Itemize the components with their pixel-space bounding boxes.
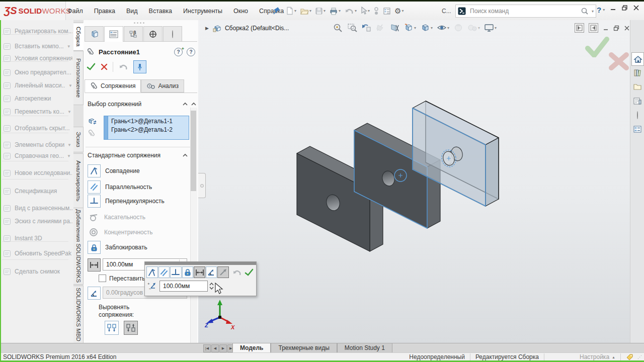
popup-spinner[interactable] <box>209 283 214 290</box>
dropdown-caret-icon[interactable]: ▾ <box>309 9 311 13</box>
popup-distance-button[interactable] <box>194 266 205 278</box>
command-bom[interactable]: Спецификация <box>3 185 72 197</box>
popup-confirm-icon[interactable] <box>244 266 255 278</box>
popup-parallel-button[interactable] <box>158 266 170 278</box>
new-document-button[interactable]: ▾ <box>285 6 297 16</box>
command-insert-component[interactable]: Вставить компо...▼ <box>3 40 72 52</box>
mate-selections-list[interactable]: Грань<1>@Деталь1-1Грань<2>@Деталь1-2 <box>104 116 189 140</box>
command-instant3d[interactable]: Instant 3D <box>3 232 72 244</box>
property-manager-tab[interactable] <box>104 26 123 42</box>
scroll-up-icon[interactable] <box>190 101 197 108</box>
tab-расположение[interactable]: Расположение <box>73 51 84 105</box>
confirm-cancel-icon[interactable] <box>608 51 630 71</box>
doc-restore-icon[interactable] <box>613 25 619 31</box>
dropdown-caret-icon[interactable]: ▾ <box>324 9 326 13</box>
flip-dimension-checkbox[interactable] <box>99 275 106 282</box>
view-settings-button[interactable]: ▾ <box>483 22 498 33</box>
dropdown-caret-icon[interactable]: ▾ <box>431 26 433 30</box>
appearances-button[interactable] <box>631 109 643 121</box>
search-scope-icon[interactable] <box>458 7 466 15</box>
command-assembly-features[interactable]: Элементы сборки▼ <box>3 139 72 151</box>
popup-lock-button[interactable] <box>182 266 194 278</box>
design-library-button[interactable] <box>631 66 643 79</box>
dimxpert-manager-tab[interactable] <box>143 26 163 41</box>
ok-check-icon[interactable] <box>87 63 96 71</box>
display-style-button[interactable]: ▾ <box>419 22 434 33</box>
standard-mates-section-header[interactable]: Стандартные сопряжения <box>88 152 188 159</box>
angle-mate-button[interactable] <box>88 287 101 300</box>
graphics-area[interactable]: Z X ▶ Сборка2 (Default<Dis... ▾▾▾▾▾ <box>198 20 630 343</box>
menu-item-3[interactable]: Вставка <box>149 8 172 15</box>
perpendicular-icon[interactable] <box>88 195 101 208</box>
lock-icon[interactable] <box>88 241 101 254</box>
customize-control[interactable]: Настройка ▲ <box>580 353 615 360</box>
model-tab-модель[interactable]: Модель <box>232 343 271 353</box>
search-icon[interactable] <box>581 7 589 15</box>
panel-splitter-handle[interactable] <box>198 173 206 198</box>
collapse-left-icon[interactable] <box>575 23 584 33</box>
dropdown-caret-icon[interactable]: ▼ <box>67 110 71 114</box>
command-edit-component[interactable]: Редактировать ком... <box>3 25 72 37</box>
view-orientation-button[interactable]: ▾ <box>403 22 417 33</box>
print-button[interactable]: ▾ <box>328 6 342 16</box>
dropdown-caret-icon[interactable]: ▾ <box>447 26 449 30</box>
tab-next-icon[interactable]: ▶ <box>219 344 227 352</box>
dropdown-caret-icon[interactable]: ▾ <box>294 9 296 13</box>
confirm-ok-icon[interactable] <box>585 36 610 57</box>
search-caret-icon[interactable]: ▾ <box>592 9 594 14</box>
doc-close-icon[interactable] <box>624 25 630 31</box>
tab-solidworks-mbd[interactable]: SOLIDWORKS MBD <box>73 286 84 343</box>
popup-coincident-button[interactable] <box>146 266 158 278</box>
expand-arrow-icon[interactable]: ▶ <box>205 26 209 31</box>
mate-parallel[interactable]: Параллельность <box>88 180 193 194</box>
menu-item-4[interactable]: Инструменты <box>183 8 222 15</box>
popup-flip-direction-button[interactable] <box>217 266 229 278</box>
display-manager-tab[interactable] <box>163 26 182 41</box>
options-gear-button[interactable]: ⚙▾ <box>393 6 405 17</box>
selection-row[interactable]: Грань<2>@Деталь1-2 <box>111 126 173 133</box>
command-take-snapshot[interactable]: Сделать снимок <box>3 265 72 278</box>
command-linear-pattern[interactable]: Линейный масси...▼ <box>3 79 72 92</box>
file-explorer-button[interactable] <box>631 80 643 93</box>
edit-appearance-button[interactable] <box>452 22 464 33</box>
dropdown-caret-icon[interactable]: ▾ <box>339 9 341 13</box>
panel-grip[interactable] <box>114 22 164 24</box>
restore-icon[interactable] <box>621 5 628 11</box>
minimize-icon[interactable] <box>610 5 616 11</box>
command-move-component[interactable]: Переместить ко...▼ <box>3 106 72 118</box>
toolbar-more-label[interactable]: С... <box>442 8 451 15</box>
feature-tree-flyout[interactable]: ▶ Сборка2 (Default<Dis... <box>205 24 289 32</box>
zoom-area-button[interactable] <box>346 22 358 33</box>
view-setting-button[interactable] <box>388 22 400 33</box>
tab-эскиз[interactable]: Эскиз <box>73 127 84 152</box>
undo-icon[interactable] <box>118 63 128 71</box>
command-update-speedpak[interactable]: Обновить SpeedPak <box>3 247 72 259</box>
keep-visible-pin-button[interactable] <box>133 60 146 73</box>
command-preview-window[interactable]: Окно предварител... <box>3 66 72 78</box>
section-view-button[interactable] <box>374 22 386 33</box>
panel-scrollbar[interactable] <box>190 101 197 362</box>
command-reference-geometry[interactable]: Справочная гео...▼ <box>3 150 72 162</box>
configuration-manager-tab[interactable]: β <box>124 26 143 41</box>
open-document-button[interactable]: ▾ <box>299 6 312 16</box>
selection-toggle-button[interactable] <box>372 6 380 16</box>
select-cursor-button[interactable]: ▾ <box>359 6 371 16</box>
dropdown-caret-icon[interactable]: ▾ <box>402 9 404 13</box>
apply-scene-button[interactable]: ▾ <box>466 22 481 33</box>
dropdown-caret-icon[interactable]: ▼ <box>67 154 71 158</box>
tab-prev-icon[interactable]: ◀ <box>211 344 219 352</box>
command-exploded-view[interactable]: Вид с разнесенным... <box>3 202 72 214</box>
command-mate-conditions[interactable]: Условия сопряжения <box>3 52 72 64</box>
tab-analysis[interactable]: Анализ <box>141 79 184 93</box>
tab-добавления-solidworks[interactable]: Добавления SOLIDWORKS <box>73 208 84 285</box>
spin-down-icon[interactable] <box>209 287 214 290</box>
mate-lock[interactable]: Заблокировать <box>88 240 193 254</box>
popup-undo-icon[interactable] <box>231 266 243 278</box>
parallel-icon[interactable] <box>88 180 101 194</box>
flip-dimension-icon[interactable]: +− <box>146 280 158 292</box>
menu-item-1[interactable]: Правка <box>94 8 115 15</box>
mate-coincident[interactable]: Совпадение <box>88 164 193 178</box>
menu-item-5[interactable]: Окно <box>233 8 248 15</box>
help-icon[interactable]: ? <box>187 48 195 56</box>
dropdown-caret-icon[interactable]: ▾ <box>414 26 416 30</box>
